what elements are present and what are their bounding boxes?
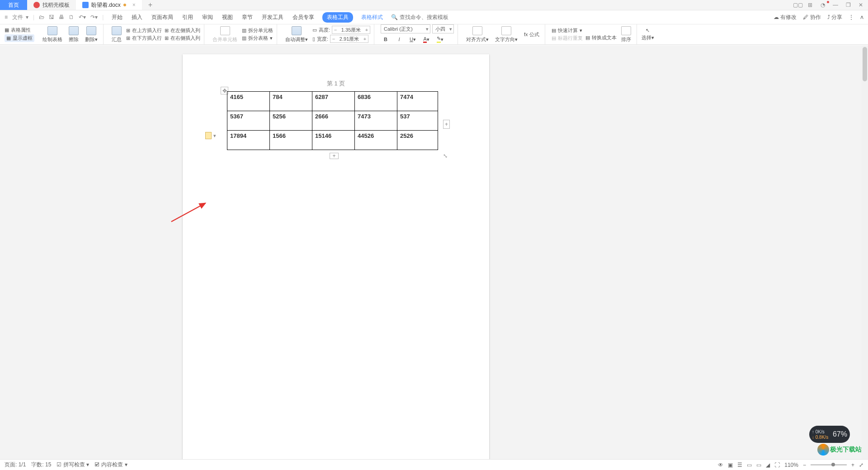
view-web-icon[interactable]: ▭ xyxy=(756,462,761,468)
cloud-changes[interactable]: ☁ 有修改 xyxy=(774,14,797,21)
fit-icon[interactable]: ⛶ xyxy=(774,462,780,468)
maximize-icon[interactable]: ❐ xyxy=(844,2,853,8)
doc-table[interactable]: 4165 784 6287 6836 7474 5367 5256 2666 7… xyxy=(227,91,438,150)
search-input[interactable] xyxy=(400,14,449,20)
btn-ins-below[interactable]: ⊞ 在下方插入行 xyxy=(126,35,162,42)
cell[interactable]: 17894 xyxy=(227,131,270,150)
btn-erase[interactable]: 擦除 xyxy=(67,26,80,43)
font-combo[interactable]: Calibri (正文) xyxy=(381,24,430,33)
underline-icon[interactable]: U▾ xyxy=(408,34,418,44)
menu-view[interactable]: 视图 xyxy=(221,12,234,23)
qa-preview-icon[interactable]: 🗋 xyxy=(69,14,74,20)
tab-add[interactable]: + xyxy=(142,0,159,10)
tab-home[interactable]: 首页 xyxy=(0,0,27,10)
highlight-icon[interactable]: ✎▾ xyxy=(435,34,445,44)
tab-close-icon[interactable]: × xyxy=(132,2,136,8)
qa-print-icon[interactable]: 🖶 xyxy=(59,14,64,20)
menu-dev[interactable]: 开发工具 xyxy=(261,12,284,23)
qa-redo-icon[interactable]: ↷▾ xyxy=(90,14,98,20)
menu-tablestyle[interactable]: 表格样式 xyxy=(360,12,384,23)
cell[interactable]: 6836 xyxy=(355,92,397,111)
btn-split-table[interactable]: ▥ 拆分表格▾ xyxy=(242,35,273,42)
cell[interactable]: 7474 xyxy=(397,92,438,111)
cell[interactable]: 44526 xyxy=(355,131,397,150)
btn-sort[interactable]: 排序 xyxy=(619,26,633,43)
status-page[interactable]: 页面: 1/1 xyxy=(5,461,26,469)
cell[interactable]: 15146 xyxy=(312,131,355,150)
fontcolor-icon[interactable]: A▾ xyxy=(421,34,431,44)
view-focus-icon[interactable]: ◢ xyxy=(766,462,770,468)
table-add-col-icon[interactable]: + xyxy=(443,120,450,129)
paste-options-icon[interactable] xyxy=(205,132,212,139)
hamburger-icon[interactable]: ≡ xyxy=(5,14,8,20)
btn-quickcalc[interactable]: ▤ 快速计算▾ xyxy=(552,27,583,34)
btn-table-props[interactable]: ▦ 表格属性 xyxy=(5,27,34,33)
menu-layout[interactable]: 页面布局 xyxy=(151,12,174,23)
cell[interactable]: 2666 xyxy=(312,111,355,131)
status-words[interactable]: 字数: 15 xyxy=(31,461,51,469)
btn-delete[interactable]: 删除▾ xyxy=(83,26,99,43)
menu-section[interactable]: 章节 xyxy=(241,12,254,23)
zoom-in-icon[interactable]: + xyxy=(851,462,854,468)
zoom-value[interactable]: 110% xyxy=(784,462,798,468)
cell[interactable]: 537 xyxy=(397,111,438,131)
size-combo[interactable]: 小四 xyxy=(432,24,454,33)
view-page-icon[interactable]: ▣ xyxy=(728,462,733,468)
qa-save-icon[interactable]: 🖫 xyxy=(49,14,54,20)
btn-totext[interactable]: ▤ 转换成文本 xyxy=(585,34,617,41)
btn-ins-right[interactable]: ⊞ 在右侧插入列 xyxy=(165,35,200,42)
status-contentcheck[interactable]: 🗹 内容检查 ▾ xyxy=(94,461,127,469)
btn-show-dashed[interactable]: ▦ 显示虚框 xyxy=(5,34,34,42)
table-resize-handle[interactable]: ⤡ xyxy=(443,153,448,158)
net-speed-widget[interactable]: ↑ 0K/s ↓ 0.8K/s 67% xyxy=(809,426,850,443)
cell[interactable]: 7473 xyxy=(355,111,397,131)
more-icon[interactable]: ⋮ xyxy=(849,14,854,20)
collapse-ribbon-icon[interactable]: ʌ xyxy=(860,14,863,20)
cell[interactable]: 6287 xyxy=(312,92,355,111)
btn-fx[interactable]: fx 公式 xyxy=(522,31,541,38)
zoom-slider[interactable] xyxy=(811,464,847,465)
cell[interactable]: 784 xyxy=(270,92,312,111)
fullscreen-icon[interactable]: ⤢ xyxy=(859,462,863,468)
btn-autofit[interactable]: 自动调整▾ xyxy=(283,26,310,43)
btn-sum[interactable]: 汇总 xyxy=(110,26,123,43)
cell[interactable]: 1566 xyxy=(270,131,312,150)
btn-draw-table[interactable]: 绘制表格 xyxy=(41,26,64,43)
minimize-icon[interactable]: — xyxy=(831,2,840,8)
cell[interactable]: 5367 xyxy=(227,111,270,131)
italic-icon[interactable]: I xyxy=(394,34,404,44)
layout-icon[interactable]: ▢▢ xyxy=(793,2,802,8)
btn-align[interactable]: 对齐方式▾ xyxy=(464,26,491,43)
menu-start[interactable]: 开始 xyxy=(111,12,123,23)
btn-select[interactable]: ↖选择▾ xyxy=(640,28,656,41)
apps-icon[interactable]: ⊞ xyxy=(806,2,815,8)
document-canvas[interactable]: 第 1 页 ✥ 4165 784 6287 6836 7474 5367 525… xyxy=(0,45,862,459)
table-add-row-icon[interactable]: + xyxy=(330,153,339,159)
bold-icon[interactable]: B xyxy=(381,34,391,44)
view-read-icon[interactable]: ▭ xyxy=(747,462,752,468)
menu-review[interactable]: 审阅 xyxy=(201,12,214,23)
qa-open-icon[interactable]: 🗁 xyxy=(39,14,44,20)
eye-icon[interactable]: 👁 xyxy=(718,462,723,468)
qa-undo-icon[interactable]: ↶▾ xyxy=(79,14,86,20)
menu-insert[interactable]: 插入 xyxy=(131,12,143,23)
menu-tabletools[interactable]: 表格工具 xyxy=(322,12,353,23)
menu-file[interactable]: 文件▾ xyxy=(12,14,28,21)
command-search[interactable]: 🔍 xyxy=(391,14,449,20)
status-spellcheck[interactable]: ☑ 拼写检查 ▾ xyxy=(57,461,89,469)
vertical-scrollbar[interactable] xyxy=(862,45,868,459)
scroll-thumb[interactable] xyxy=(863,47,867,81)
menu-ref[interactable]: 引用 xyxy=(181,12,194,23)
close-icon[interactable]: ✕ xyxy=(856,2,865,8)
zoom-out-icon[interactable]: − xyxy=(803,462,806,468)
btn-ins-left[interactable]: ⊞ 在左侧插入列 xyxy=(165,27,200,34)
height-spin[interactable]: −1.35厘米+ xyxy=(332,26,370,34)
btn-split-cell[interactable]: ▥ 拆分单元格 xyxy=(242,27,273,34)
btn-ins-above[interactable]: ⊞ 在上方插入行 xyxy=(126,27,162,34)
cell[interactable]: 2526 xyxy=(397,131,438,150)
notify-icon[interactable]: ◔ xyxy=(818,2,827,8)
menu-vip[interactable]: 会员专享 xyxy=(292,12,315,23)
tab-templates[interactable]: 找稻壳模板 xyxy=(27,0,76,10)
btn-textdir[interactable]: 文字方向▾ xyxy=(493,26,519,43)
view-outline-icon[interactable]: ☰ xyxy=(737,462,742,468)
